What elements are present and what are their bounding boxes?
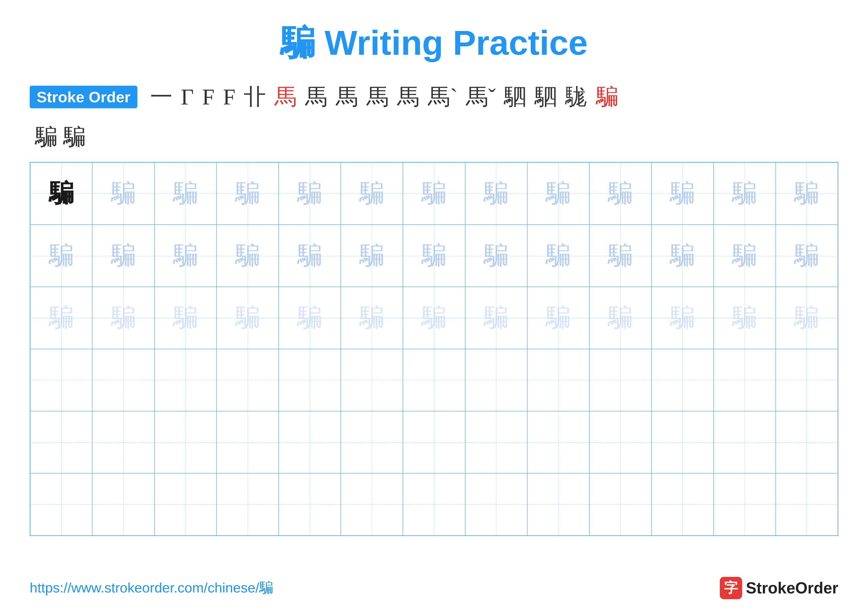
table-row <box>92 411 154 473</box>
table-row <box>776 411 838 473</box>
logo-icon: 字 <box>720 577 742 599</box>
stroke-6: 馬 <box>274 82 297 112</box>
table-row <box>154 473 217 535</box>
table-row: 騙 <box>714 287 776 349</box>
grid-char: 騙 <box>360 301 384 334</box>
grid-char: 騙 <box>484 239 508 272</box>
stroke-15: 駹 <box>566 82 587 112</box>
table-row <box>527 349 589 411</box>
table-row <box>776 349 838 411</box>
table-row <box>465 411 527 473</box>
stroke-9: 馬 <box>366 82 389 112</box>
grid-char: 騙 <box>546 177 570 210</box>
table-row: 騙 <box>527 225 589 287</box>
stroke-8: 馬 <box>336 82 358 112</box>
grid-char: 騙 <box>546 239 570 272</box>
grid-char: 騙 <box>49 239 74 272</box>
title-char: 騙 <box>281 23 315 62</box>
grid-char: 騙 <box>608 301 633 334</box>
stroke-14: 駟 <box>535 82 557 112</box>
grid-char: 騙 <box>49 177 74 210</box>
stroke-7: 馬 <box>305 82 327 112</box>
table-row <box>527 473 589 535</box>
grid-char: 騙 <box>794 177 819 210</box>
table-row <box>527 411 589 473</box>
table-row <box>714 349 776 411</box>
table-row <box>403 349 465 411</box>
table-row <box>30 411 92 473</box>
table-row <box>217 349 279 411</box>
table-row <box>217 411 279 473</box>
grid-char: 騙 <box>360 177 384 210</box>
grid-char: 騙 <box>111 301 136 334</box>
stroke-order-row1: Stroke Order 一 Γ F F 卝 馬 馬 馬 馬 馬 馬` 馬ˇ 駟… <box>30 82 838 112</box>
table-row <box>279 473 341 535</box>
grid-char: 騙 <box>794 239 819 272</box>
table-row: 騙 <box>279 225 341 287</box>
table-row <box>714 473 776 535</box>
table-row: 騙 <box>217 225 279 287</box>
footer-url[interactable]: https://www.strokeorder.com/chinese/騙 <box>30 578 273 597</box>
table-row: 騙 <box>465 287 527 349</box>
table-row: 騙 <box>341 225 403 287</box>
table-row: 騙 <box>217 162 279 225</box>
practice-grid: 騙騙騙騙騙騙騙騙騙騙騙騙騙騙騙騙騙騙騙騙騙騙騙騙騙騙騙騙騙騙騙騙騙騙騙騙騙騙騙 <box>30 162 838 536</box>
grid-char: 騙 <box>670 177 695 210</box>
grid-char: 騙 <box>670 301 695 334</box>
table-row: 騙 <box>589 225 651 287</box>
logo-text: StrokeOrder <box>746 579 838 597</box>
grid-char: 騙 <box>732 239 757 272</box>
grid-char: 騙 <box>298 239 322 272</box>
grid-char: 騙 <box>732 177 757 210</box>
footer-logo: 字 StrokeOrder <box>720 577 838 599</box>
stroke-4: F <box>223 84 235 110</box>
table-row: 騙 <box>776 162 838 225</box>
table-row: 騙 <box>341 162 403 225</box>
table-row <box>154 349 217 411</box>
stroke-order-badge: Stroke Order <box>30 86 137 108</box>
page: 騙 Writing Practice Stroke Order 一 Γ F F … <box>0 0 868 614</box>
table-row: 騙 <box>30 162 92 225</box>
table-row: 騙 <box>279 162 341 225</box>
table-row <box>92 349 154 411</box>
table-row <box>279 411 341 473</box>
table-row <box>465 349 527 411</box>
stroke-10: 馬 <box>397 82 419 112</box>
table-row: 騙 <box>403 287 465 349</box>
table-row <box>589 473 651 535</box>
table-row: 騙 <box>714 162 776 225</box>
stroke-3: F <box>202 84 214 110</box>
grid-char: 騙 <box>422 239 446 272</box>
table-row <box>651 473 714 535</box>
grid-char: 騙 <box>235 177 260 210</box>
table-row: 騙 <box>651 162 714 225</box>
grid-char: 騙 <box>608 239 633 272</box>
table-row: 騙 <box>403 162 465 225</box>
table-row: 騙 <box>279 287 341 349</box>
grid-char: 騙 <box>49 301 74 334</box>
table-row <box>217 473 279 535</box>
grid-char: 騙 <box>173 301 198 334</box>
table-row <box>154 411 217 473</box>
title-section: 騙 Writing Practice <box>30 20 838 67</box>
table-row <box>589 411 651 473</box>
stroke-12: 馬ˇ <box>466 82 496 112</box>
table-row: 騙 <box>30 287 92 349</box>
table-row <box>30 349 92 411</box>
stroke-13: 駟 <box>504 82 526 112</box>
table-row <box>341 411 403 473</box>
stroke-18: 騙 <box>64 122 85 152</box>
table-row: 騙 <box>776 287 838 349</box>
stroke-order-row2: 騙 騙 <box>30 122 838 152</box>
table-row <box>589 349 651 411</box>
grid-char: 騙 <box>422 177 446 210</box>
grid-char: 騙 <box>794 301 819 334</box>
stroke-17: 騙 <box>35 122 57 152</box>
table-row: 騙 <box>651 287 714 349</box>
stroke-2: Γ <box>181 84 194 110</box>
table-row: 騙 <box>589 287 651 349</box>
stroke-16: 騙 <box>596 82 618 112</box>
table-row: 騙 <box>465 225 527 287</box>
grid-char: 騙 <box>670 239 695 272</box>
table-row: 騙 <box>589 162 651 225</box>
